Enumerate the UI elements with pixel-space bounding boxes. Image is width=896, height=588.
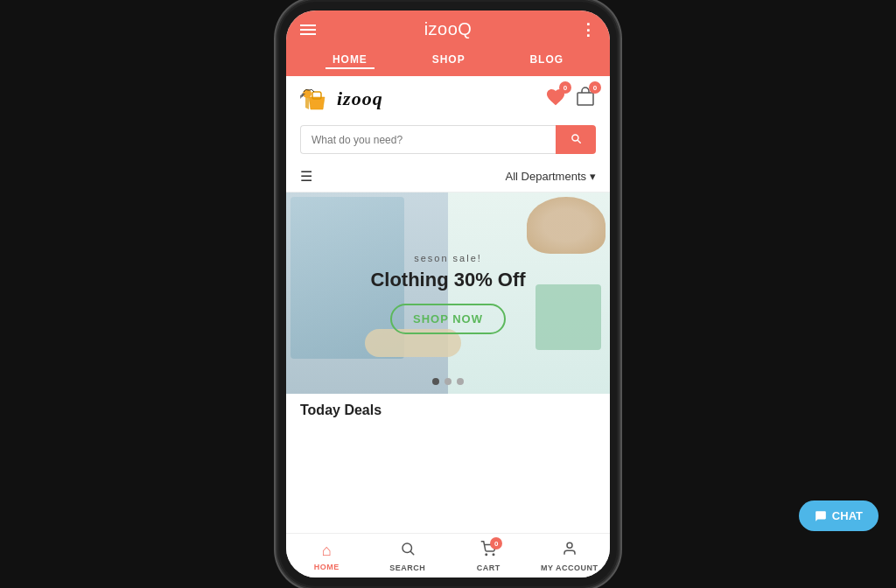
bottom-nav-home-label: HOME bbox=[314, 563, 340, 571]
departments-bar: ☰ All Departments ▾ bbox=[286, 161, 610, 192]
wishlist-icon-wrap[interactable]: 0 bbox=[545, 87, 566, 111]
search-button[interactable] bbox=[556, 125, 596, 154]
logo-bag-icon bbox=[300, 85, 333, 113]
svg-point-9 bbox=[567, 542, 572, 548]
phone-frame: izooQ ⋮ HOME SHOP BLOG bbox=[277, 0, 619, 588]
banner: seson sale! Clothing 30% Off SHOP NOW bbox=[286, 192, 610, 394]
nav-item-blog[interactable]: BLOG bbox=[522, 52, 570, 69]
svg-point-5 bbox=[402, 543, 412, 553]
brand-title: izooQ bbox=[424, 19, 472, 39]
departments-selector[interactable]: All Departments ▾ bbox=[506, 170, 596, 183]
bottom-nav-cart[interactable]: 0 CART bbox=[448, 534, 529, 578]
bottom-nav-cart-label: CART bbox=[477, 564, 500, 572]
bottom-nav: ⌂ HOME SEARCH 0 CART bbox=[286, 533, 610, 578]
banner-title: Clothing 30% Off bbox=[370, 269, 525, 291]
today-deals-title: Today Deals bbox=[300, 402, 382, 418]
search-icon bbox=[570, 132, 582, 144]
svg-point-8 bbox=[494, 554, 495, 556]
phone-screen: izooQ ⋮ HOME SHOP BLOG bbox=[286, 10, 610, 578]
chevron-down-icon: ▾ bbox=[590, 170, 596, 183]
svg-rect-4 bbox=[578, 93, 593, 105]
logo-container: izooq bbox=[300, 85, 383, 113]
banner-shop-now-button[interactable]: SHOP NOW bbox=[390, 304, 506, 334]
wishlist-badge: 0 bbox=[559, 81, 571, 94]
more-options-icon[interactable]: ⋮ bbox=[580, 20, 596, 39]
departments-hamburger-icon[interactable]: ☰ bbox=[300, 168, 312, 185]
bottom-nav-search[interactable]: SEARCH bbox=[368, 534, 449, 578]
top-nav-menu: HOME SHOP BLOG bbox=[300, 46, 596, 76]
top-nav-bar: izooQ ⋮ HOME SHOP BLOG bbox=[286, 10, 610, 76]
search-input[interactable] bbox=[300, 125, 556, 154]
top-nav-row: izooQ ⋮ bbox=[300, 19, 596, 46]
svg-point-7 bbox=[486, 554, 487, 556]
departments-label: All Departments bbox=[506, 170, 586, 183]
nav-item-home[interactable]: HOME bbox=[326, 52, 374, 69]
svg-line-6 bbox=[410, 551, 413, 554]
scroll-content: seson sale! Clothing 30% Off SHOP NOW To… bbox=[286, 192, 610, 533]
logo-area: izooq 0 0 bbox=[286, 76, 610, 120]
cart-icon-wrap[interactable]: 0 bbox=[575, 87, 596, 111]
bottom-nav-account-label: MY ACCOUNT bbox=[541, 564, 598, 572]
hamburger-menu-icon[interactable] bbox=[300, 24, 316, 35]
search-area bbox=[286, 120, 610, 161]
logo-text: izooq bbox=[337, 88, 383, 110]
bottom-nav-account[interactable]: MY ACCOUNT bbox=[529, 534, 611, 578]
cart-badge-header: 0 bbox=[589, 81, 601, 94]
home-icon: ⌂ bbox=[322, 542, 332, 560]
search-nav-icon bbox=[400, 541, 416, 561]
bottom-nav-home[interactable]: ⌂ HOME bbox=[286, 534, 368, 578]
banner-sub-text: seson sale! bbox=[414, 253, 482, 263]
banner-content: seson sale! Clothing 30% Off SHOP NOW bbox=[286, 192, 610, 394]
account-icon bbox=[562, 541, 578, 561]
header-icons: 0 0 bbox=[545, 87, 596, 111]
cart-nav-badge: 0 bbox=[490, 537, 502, 550]
today-deals-section: Today Deals bbox=[286, 394, 610, 424]
bottom-nav-search-label: SEARCH bbox=[389, 564, 425, 572]
nav-item-shop[interactable]: SHOP bbox=[425, 52, 472, 69]
